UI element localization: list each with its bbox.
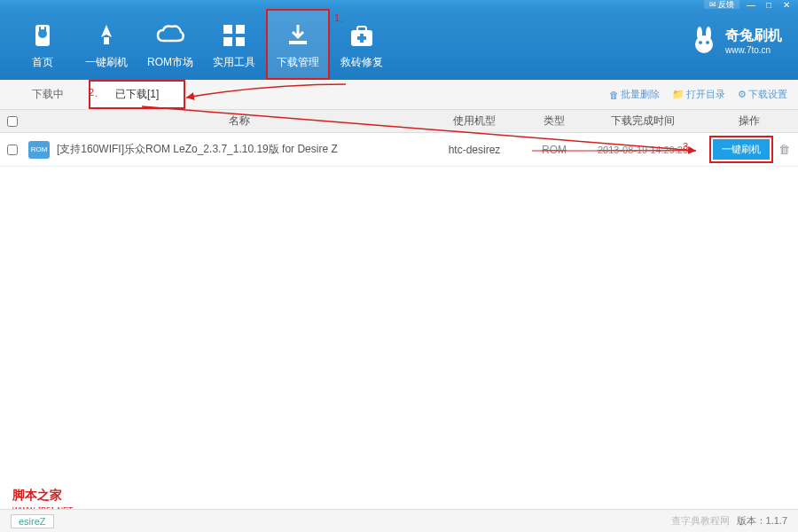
svg-rect-13: [357, 36, 366, 40]
open-dir-button[interactable]: 📁 打开目录: [672, 88, 725, 101]
folder-icon: 📁: [672, 89, 685, 100]
col-action: 操作: [700, 113, 798, 129]
batch-delete-button[interactable]: 🗑 批量删除: [609, 88, 660, 101]
header: 首页 一键刷机 ROM市场 实用工具 下载管理 救砖修复: [0, 9, 798, 80]
medkit-icon: [346, 20, 378, 51]
nav-home[interactable]: 首页: [11, 9, 74, 80]
gear-icon: ⚙: [738, 89, 747, 100]
tab-downloaded[interactable]: 已下载[1]: [89, 80, 185, 109]
brand-url: www.7to.cn: [725, 45, 782, 55]
row-checkbox[interactable]: [7, 145, 18, 155]
delete-row-icon[interactable]: 🗑: [778, 143, 790, 156]
nav-download-label: 下载管理: [277, 55, 319, 70]
svg-rect-5: [223, 25, 232, 34]
tab-downloading[interactable]: 下载中: [7, 80, 89, 109]
rabbit-icon: [27, 20, 59, 51]
device-tag[interactable]: esireZ: [11, 514, 54, 528]
svg-rect-4: [104, 37, 109, 44]
svg-point-15: [697, 27, 702, 41]
watermark-script-home: 脚本之家: [12, 488, 62, 504]
download-settings-label: 下载设置: [748, 88, 787, 101]
cloud-icon: [154, 20, 186, 51]
nav-download[interactable]: 下载管理: [266, 9, 330, 80]
select-all-checkbox[interactable]: [7, 116, 18, 127]
col-name: 名称: [53, 113, 426, 129]
nav-tools-label: 实用工具: [213, 55, 255, 70]
svg-point-18: [706, 41, 709, 44]
open-dir-label: 打开目录: [686, 88, 725, 101]
svg-rect-2: [39, 27, 41, 32]
rocket-icon: [90, 20, 122, 51]
svg-rect-11: [357, 27, 366, 31]
nav-rom-market[interactable]: ROM市场: [138, 9, 202, 80]
rom-file-icon: ROM: [28, 141, 50, 159]
download-icon: [282, 20, 314, 51]
trash-icon: 🗑: [609, 90, 619, 100]
brand-logo-icon: [688, 25, 720, 57]
nav-repair-label: 救砖修复: [340, 55, 383, 70]
one-click-flash-button[interactable]: 一键刷机: [713, 139, 770, 160]
svg-point-16: [706, 27, 711, 41]
row-device: htc-desirez: [426, 144, 523, 156]
svg-point-17: [699, 41, 702, 44]
brand-name: 奇兔刷机: [725, 27, 782, 45]
minimize-button[interactable]: —: [743, 0, 759, 9]
maximize-button[interactable]: □: [761, 0, 777, 9]
nav-repair[interactable]: 救砖修复: [330, 9, 394, 80]
table-header: 名称 使用机型 类型 下载完成时间 操作: [0, 110, 798, 133]
svg-rect-3: [44, 27, 46, 32]
close-button[interactable]: ✕: [778, 0, 794, 9]
svg-rect-6: [236, 25, 245, 34]
toolbar: 下载中 已下载[1] 🗑 批量删除 📁 打开目录 ⚙ 下载设置: [0, 80, 798, 110]
grid-icon: [218, 20, 250, 51]
row-name: [支持160WIFI]乐众ROM LeZo_2.3.7_1.10.19版 for…: [53, 142, 426, 157]
nav-flash-label: 一键刷机: [85, 55, 128, 70]
footer: esireZ 查字典教程网 版本：1.1.7: [0, 509, 798, 532]
chat-icon: ✉: [709, 0, 716, 9]
col-device: 使用机型: [426, 113, 523, 129]
nav-rom-market-label: ROM市场: [147, 55, 193, 70]
svg-rect-9: [289, 41, 307, 44]
row-type: ROM: [523, 144, 585, 156]
version-label: 版本：1.1.7: [737, 514, 787, 528]
col-type: 类型: [523, 113, 585, 129]
watermark-chazidian: 查字典教程网: [671, 514, 730, 528]
nav-home-label: 首页: [32, 55, 53, 70]
table-row: ROM [支持160WIFI]乐众ROM LeZo_2.3.7_1.10.19版…: [0, 133, 798, 167]
row-time: 2013-08-19 14:29:25: [585, 145, 700, 155]
svg-rect-8: [236, 37, 245, 46]
batch-delete-label: 批量删除: [621, 88, 660, 101]
download-settings-button[interactable]: ⚙ 下载设置: [738, 88, 787, 101]
nav-tools[interactable]: 实用工具: [202, 9, 266, 80]
col-time: 下载完成时间: [585, 113, 700, 129]
nav-flash[interactable]: 一键刷机: [74, 9, 138, 80]
svg-rect-7: [223, 37, 232, 46]
brand: 奇兔刷机 www.7to.cn: [688, 25, 782, 57]
